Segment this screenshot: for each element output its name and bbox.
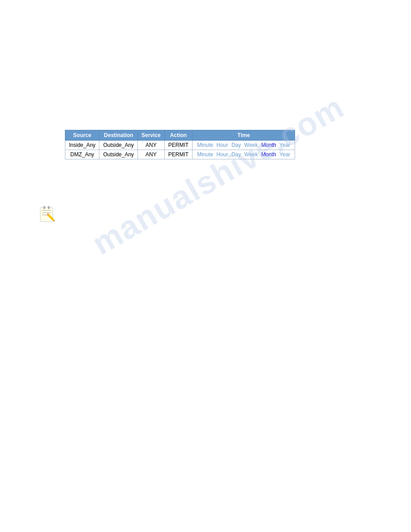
watermark: manualshive.com <box>86 88 350 262</box>
time-minute-2[interactable]: Minute <box>197 151 213 158</box>
col-header-action: Action <box>164 130 192 141</box>
table-row: Inside_Any Outside_Any ANY PERMIT Minute… <box>65 141 295 150</box>
cell-service-2: ANY <box>138 150 165 159</box>
svg-rect-0 <box>40 207 53 222</box>
cell-destination-2: Outside_Any <box>99 150 138 159</box>
time-minute-1[interactable]: Minute <box>197 142 213 148</box>
time-month-1[interactable]: Month <box>261 142 276 148</box>
time-hour-2[interactable]: Hour <box>217 151 228 158</box>
time-week-2[interactable]: Week <box>244 151 258 158</box>
svg-rect-5 <box>48 206 50 209</box>
note-icon <box>38 204 60 226</box>
cell-time-1: Minute Hour Day Week Month Year <box>193 141 295 150</box>
col-header-destination: Destination <box>99 130 138 141</box>
cell-service-1: ANY <box>138 141 165 150</box>
cell-destination-1: Outside_Any <box>99 141 138 150</box>
cell-source-2: DMZ_Any <box>65 150 99 159</box>
time-year-2[interactable]: Year <box>279 151 290 158</box>
time-hour-1[interactable]: Hour <box>217 142 228 148</box>
cell-source-1: Inside_Any <box>65 141 99 150</box>
policy-table: Source Destination Service Action Time I… <box>65 130 295 159</box>
col-header-service: Service <box>138 130 165 141</box>
time-year-1[interactable]: Year <box>279 142 290 148</box>
col-header-source: Source <box>65 130 99 141</box>
table-row: DMZ_Any Outside_Any ANY PERMIT Minute Ho… <box>65 150 295 159</box>
cell-time-2: Minute Hour Day Week Month Year <box>193 150 295 159</box>
time-day-2[interactable]: Day <box>231 151 241 158</box>
cell-action-1: PERMIT <box>164 141 192 150</box>
svg-rect-4 <box>43 206 45 209</box>
policy-table-wrapper: Source Destination Service Action Time I… <box>65 130 295 159</box>
time-month-2[interactable]: Month <box>261 151 276 158</box>
time-day-1[interactable]: Day <box>231 142 241 148</box>
time-week-1[interactable]: Week <box>244 142 258 148</box>
cell-action-2: PERMIT <box>164 150 192 159</box>
page-container: Source Destination Service Action Time I… <box>0 0 411 532</box>
col-header-time: Time <box>193 130 295 141</box>
